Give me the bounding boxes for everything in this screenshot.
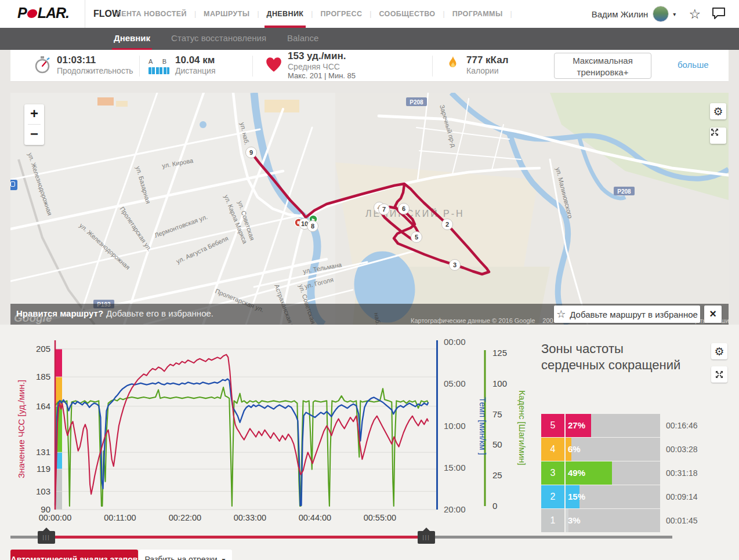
nav-separator: | — [370, 10, 371, 18]
nav-item-программы[interactable]: ПРОГРАММЫ — [451, 0, 504, 28]
training-chart[interactable]: 2051851641311191039000:00:0000:11:0000:2… — [0, 325, 534, 533]
zoom-in-button[interactable]: + — [24, 104, 44, 124]
polar-logo-o-icon — [26, 9, 38, 18]
hr-zone-row-1: 13%00:01:45 — [541, 509, 729, 532]
nav-item-дневник[interactable]: ДНЕВНИК — [266, 0, 305, 28]
hr-zones-title: Зоны частоты сердечных сокращений — [541, 341, 686, 373]
main-menu: ЛЕНТА НОВОСТЕЙ|МАРШРУТЫ|ДНЕВНИК|ПРОГРЕСС… — [115, 0, 519, 28]
zone-percent: 15% — [568, 485, 585, 508]
zone-bar-track: 49% — [566, 461, 660, 485]
svg-text:25: 25 — [492, 470, 502, 480]
star-icon: ☆ — [556, 308, 566, 321]
map-settings-button[interactable]: ⚙ — [710, 103, 726, 119]
zone-time: 00:09:14 — [666, 485, 698, 508]
hr-zone-row-5: 527%00:16:46 — [541, 414, 729, 437]
svg-text:00:33:00: 00:33:00 — [234, 513, 266, 522]
training-benefit-button[interactable]: Максимальная тренировка+ — [554, 53, 651, 79]
svg-text:5: 5 — [415, 234, 418, 241]
svg-text:50: 50 — [492, 439, 502, 449]
nav-item-маршруты[interactable]: МАРШРУТЫ — [202, 0, 251, 28]
dropdown-caret-icon: ▼ — [221, 557, 227, 560]
avatar[interactable] — [653, 6, 669, 22]
like-route-hint: Добавьте его в избранное. — [106, 308, 213, 318]
map-fullscreen-button[interactable] — [710, 128, 726, 144]
range-slider-handle-right[interactable] — [418, 531, 435, 544]
svg-text:Значение ЧСС [уд./мин.]: Значение ЧСС [уд./мин.] — [16, 380, 26, 478]
nav-item-прогресс[interactable]: ПРОГРЕСС — [319, 0, 363, 28]
hr-zones-panel: Зоны частоты сердечных сокращений 527%00… — [541, 341, 733, 373]
slider-track-right — [426, 536, 672, 539]
svg-text:125: 125 — [492, 348, 507, 358]
polar-logo[interactable]: PLAR. — [17, 5, 69, 21]
zone-number: 4 — [541, 438, 564, 461]
zoom-out-button[interactable]: − — [24, 125, 44, 144]
svg-text:131: 131 — [36, 447, 50, 457]
svg-text:75: 75 — [492, 409, 502, 419]
nav-item-сообщество[interactable]: СООБЩЕСТВО — [378, 0, 436, 28]
close-overlay-button[interactable]: × — [704, 306, 722, 323]
favorites-star-icon[interactable]: ☆ — [689, 0, 701, 28]
divider — [252, 56, 253, 77]
hr-zone-row-2: 215%00:09:14 — [541, 485, 729, 508]
expand-icon — [710, 128, 719, 137]
divider — [139, 56, 140, 77]
nav-separator: | — [194, 10, 196, 18]
zone-percent: 49% — [568, 461, 585, 485]
zone-number: 3 — [541, 461, 564, 485]
zone-percent: 6% — [568, 438, 581, 461]
svg-text:00:00:00: 00:00:00 — [39, 513, 71, 522]
svg-text:20:00: 20:00 — [444, 504, 466, 514]
calories-label: Калории — [466, 66, 508, 75]
zone-number: 1 — [541, 509, 564, 532]
subnav-tab-balance[interactable]: Balance — [285, 28, 320, 50]
svg-text:205: 205 — [36, 344, 50, 354]
zone-time: 00:31:18 — [666, 461, 698, 485]
calories-value: 777 кКал — [466, 54, 508, 66]
svg-text:05:00: 05:00 — [444, 379, 466, 388]
hr-value: 153 уд./мин. — [288, 50, 356, 62]
subnav-tab-статус-восстановления[interactable]: Статус восстановления — [169, 28, 268, 50]
heart-icon — [265, 56, 283, 75]
svg-text:00:00: 00:00 — [444, 337, 466, 347]
hr-minmax: Макс. 201 | Мин. 85 — [288, 71, 356, 80]
hr-zone-row-3: 349%00:31:18 — [541, 461, 729, 485]
duration-value: 01:03:11 — [57, 54, 133, 66]
svg-text:8: 8 — [311, 223, 314, 230]
auto-lap-analysis-button[interactable]: Автоматический анализ этапов — [10, 550, 138, 560]
slider-track-selected — [46, 536, 426, 539]
range-slider-handle-left[interactable] — [38, 531, 55, 544]
sub-nav: ДневникСтатус восстановленияBalance — [0, 28, 739, 50]
zone-bar-track: 15% — [566, 485, 660, 508]
user-cluster: Вадим Жилин ▾ ☆ — [592, 0, 726, 28]
map-zoom-control: + − — [24, 104, 44, 145]
svg-text:Р208: Р208 — [410, 99, 423, 106]
zone-bar-track: 3% — [566, 509, 660, 532]
nav-separator: | — [311, 10, 313, 18]
chat-icon[interactable] — [711, 6, 726, 22]
hr-label: Средняя ЧСС — [288, 62, 356, 71]
svg-text:15:00: 15:00 — [444, 463, 466, 472]
svg-text:2: 2 — [445, 221, 449, 228]
svg-text:119: 119 — [37, 464, 50, 474]
add-route-favorite-button[interactable]: ☆ Добавьте маршрут в избранное — [554, 306, 700, 323]
route-map[interactable]: ул. Железнодорожнаяул. ЖелезнодорожнаяПр… — [10, 93, 729, 325]
flame-icon — [445, 54, 461, 77]
distance-icon: A B — [148, 56, 172, 74]
svg-text:00:22:00: 00:22:00 — [169, 513, 201, 522]
nav-item-лента-новостей[interactable]: ЛЕНТА НОВОСТЕЙ — [115, 0, 188, 28]
subnav-tab-дневник[interactable]: Дневник — [112, 28, 152, 50]
series-pace — [55, 379, 428, 506]
zone-time: 00:03:28 — [666, 438, 698, 461]
svg-text:100: 100 — [492, 379, 507, 388]
user-name[interactable]: Вадим Жилин — [592, 9, 649, 19]
svg-text:Каденс [Шаги/мин]: Каденс [Шаги/мин] — [517, 390, 527, 466]
divider — [432, 56, 433, 77]
stopwatch-icon — [32, 55, 52, 78]
split-laps-dropdown[interactable]: Разбить на отрезки▼ — [139, 550, 232, 560]
svg-text:Р208: Р208 — [617, 188, 631, 195]
more-link[interactable]: больше — [678, 60, 709, 70]
chevron-down-icon[interactable]: ▾ — [673, 11, 676, 17]
zone-number: 5 — [541, 414, 564, 437]
zone-bar-track: 27% — [566, 414, 660, 437]
series-heart_rate — [55, 355, 428, 507]
